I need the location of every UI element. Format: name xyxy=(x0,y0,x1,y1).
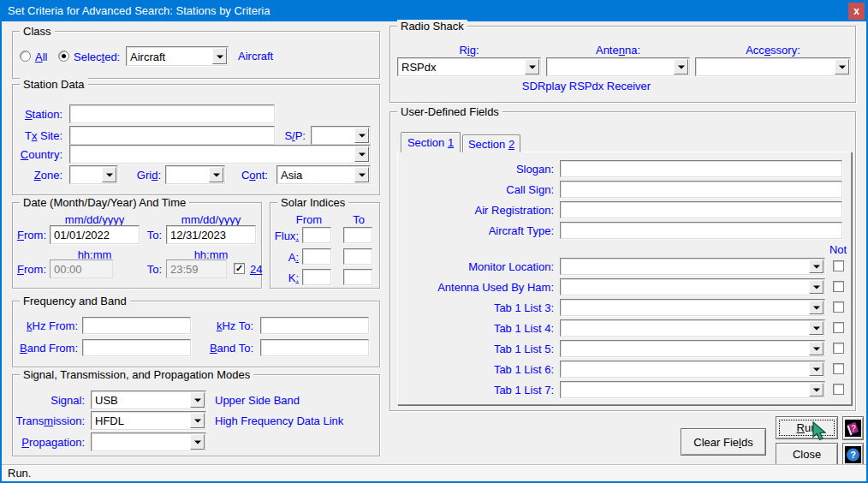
grid-select[interactable] xyxy=(165,165,225,184)
dialog-window: Set Criteria for Advanced Search: Statio… xyxy=(0,0,868,483)
air-registration-label: Air Registration: xyxy=(398,204,554,217)
station-data-group: Station Data Station: Tx Site: S/P: Coun… xyxy=(12,84,380,195)
k-from-input[interactable] xyxy=(302,269,331,285)
class-selected-label[interactable]: Selected: xyxy=(74,51,120,63)
slogan-label: Slogan: xyxy=(398,163,554,176)
dropdown-arrow-icon[interactable] xyxy=(835,59,849,75)
dropdown-arrow-icon[interactable] xyxy=(190,392,205,408)
tab1-list5-not-checkbox[interactable] xyxy=(833,343,844,354)
section-1-tab-panel: Slogan: Call Sign: Air Registration: Air… xyxy=(397,152,852,405)
dropdown-arrow-icon[interactable] xyxy=(674,59,688,75)
tab1-list5-label: Tab 1 List 5: xyxy=(398,343,554,355)
a-to-input[interactable] xyxy=(343,248,372,265)
band-to-input[interactable] xyxy=(260,339,369,356)
monitor-location-select[interactable] xyxy=(560,258,825,275)
flux-from-input[interactable] xyxy=(302,227,331,243)
tab-section-1[interactable]: Section 1 xyxy=(401,132,461,152)
tab1-list7-not-checkbox[interactable] xyxy=(833,384,844,395)
country-select[interactable] xyxy=(69,145,371,164)
class-all-radio[interactable] xyxy=(20,51,31,62)
station-input[interactable] xyxy=(69,104,275,123)
aircraft-type-label: Aircraft Type: xyxy=(398,224,554,237)
dropdown-arrow-icon[interactable] xyxy=(212,48,227,64)
accessory-label: Accessory: xyxy=(695,44,851,57)
clear-fields-button[interactable]: Clear Fields xyxy=(681,428,766,456)
tab1-list4-not-checkbox[interactable] xyxy=(833,322,844,333)
cont-select[interactable]: Asia xyxy=(276,165,371,184)
tab1-list7-select[interactable] xyxy=(560,381,825,398)
tab1-list6-not-checkbox[interactable] xyxy=(833,363,844,374)
tab1-list6-select[interactable] xyxy=(560,361,825,378)
dropdown-arrow-icon[interactable] xyxy=(190,413,205,428)
antenna-used-by-ham-not-checkbox[interactable] xyxy=(833,281,844,292)
station-data-group-title: Station Data xyxy=(20,78,88,91)
class-group-title: Class xyxy=(20,25,55,38)
sp-select[interactable] xyxy=(311,126,371,145)
tab1-list5-select[interactable] xyxy=(560,340,825,357)
antenna-select[interactable] xyxy=(546,57,690,76)
close-button-bottom[interactable]: Close xyxy=(776,443,838,466)
tab-section-2[interactable]: Section 2 xyxy=(462,134,520,152)
svg-text:?: ? xyxy=(850,450,856,460)
dropdown-arrow-icon[interactable] xyxy=(354,146,369,162)
khz-from-input[interactable] xyxy=(82,317,191,334)
dropdown-arrow-icon[interactable] xyxy=(809,383,823,397)
accessory-select[interactable] xyxy=(695,57,851,76)
tab1-list3-not-checkbox[interactable] xyxy=(833,301,844,313)
slogan-input[interactable] xyxy=(560,160,842,177)
time-to-input[interactable] xyxy=(166,259,227,278)
transmission-select[interactable]: HFDL xyxy=(91,411,206,430)
propagation-select[interactable] xyxy=(91,432,206,451)
monitor-location-label: Monitor Location: xyxy=(398,260,554,273)
dropdown-arrow-icon[interactable] xyxy=(809,301,823,314)
date-from-input[interactable] xyxy=(50,225,140,244)
dropdown-arrow-icon[interactable] xyxy=(525,59,539,75)
rig-info-label: SDRplay RSPdx Receiver xyxy=(479,80,693,92)
modes-group-title: Signal, Transmission, and Propagation Mo… xyxy=(20,368,253,381)
dropdown-arrow-icon[interactable] xyxy=(190,434,205,450)
flux-label: Flux: xyxy=(271,230,299,242)
24-hour-checkbox[interactable]: ✓ xyxy=(234,263,245,274)
flux-to-input[interactable] xyxy=(343,227,372,243)
solar-to-header: To xyxy=(342,213,376,226)
call-sign-input[interactable] xyxy=(560,181,842,198)
signal-select[interactable]: USB xyxy=(91,391,206,409)
24-hour-label[interactable]: 24 xyxy=(250,263,262,276)
tab1-list3-select[interactable] xyxy=(560,299,825,316)
dropdown-arrow-icon[interactable] xyxy=(354,128,369,143)
band-from-input[interactable] xyxy=(82,339,191,356)
aircraft-type-input[interactable] xyxy=(560,222,842,239)
help-book-icon: ? xyxy=(845,420,861,437)
status-text: Run. xyxy=(8,467,31,480)
help-book-button[interactable]: ? xyxy=(842,416,864,440)
air-registration-input[interactable] xyxy=(560,201,842,218)
dropdown-arrow-icon[interactable] xyxy=(809,280,823,294)
solar-indices-group: Solar Indices From To Flux: A: K: xyxy=(270,202,380,289)
khz-to-input[interactable] xyxy=(260,317,369,334)
class-all-label[interactable]: All xyxy=(35,51,47,63)
title-bar[interactable]: Set Criteria for Advanced Search: Statio… xyxy=(0,0,868,21)
tab1-list4-select[interactable] xyxy=(560,319,825,337)
svg-text:?: ? xyxy=(851,424,856,433)
k-to-input[interactable] xyxy=(343,269,372,285)
help-button[interactable]: ? xyxy=(842,443,864,467)
tx-site-input[interactable] xyxy=(69,126,275,145)
dropdown-arrow-icon[interactable] xyxy=(354,167,369,182)
close-button[interactable]: x xyxy=(848,3,865,20)
dropdown-arrow-icon[interactable] xyxy=(809,321,823,335)
a-from-input[interactable] xyxy=(302,248,331,265)
date-to-input[interactable] xyxy=(166,225,256,244)
date-to-label: To: xyxy=(138,229,162,242)
time-from-input[interactable] xyxy=(50,259,113,278)
dropdown-arrow-icon[interactable] xyxy=(809,362,823,376)
antenna-used-by-ham-select[interactable] xyxy=(560,278,825,295)
zone-label: Zone: xyxy=(13,169,62,182)
class-select[interactable]: Aircraft xyxy=(126,46,229,66)
time-from-label: From: xyxy=(15,263,46,276)
dropdown-arrow-icon[interactable] xyxy=(809,342,823,355)
class-selected-radio[interactable] xyxy=(58,51,69,62)
run-button[interactable]: Run xyxy=(776,416,838,439)
monitor-location-not-checkbox[interactable] xyxy=(833,260,844,271)
rig-select[interactable]: RSPdx xyxy=(397,57,541,76)
dropdown-arrow-icon[interactable] xyxy=(809,259,823,273)
